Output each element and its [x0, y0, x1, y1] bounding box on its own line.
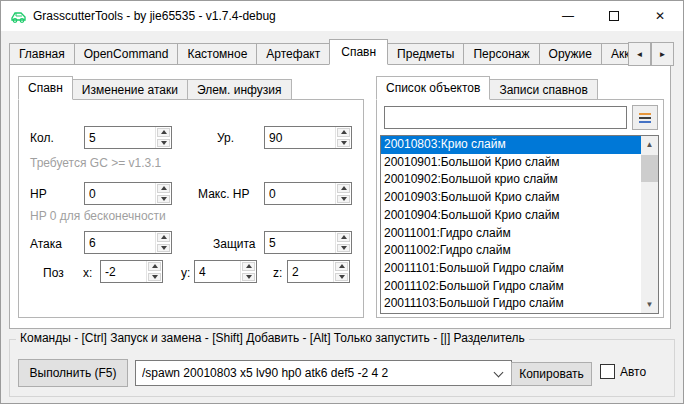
pos-y-label: y: — [181, 264, 190, 282]
minimize-button[interactable]: — — [545, 1, 591, 30]
hp-spin-down-button[interactable] — [157, 195, 170, 204]
pos-y-stepper[interactable] — [194, 260, 257, 283]
pos-y-input[interactable] — [195, 261, 240, 282]
def-label: Защита — [213, 235, 256, 253]
level-stepper[interactable] — [264, 126, 352, 149]
list-scrollbar[interactable]: ▲ ▼ — [641, 136, 658, 313]
titlebar[interactable]: GrasscutterTools - by jie65535 - v1.7.4-… — [1, 1, 683, 31]
auto-checkbox[interactable] — [600, 364, 615, 379]
count-input[interactable] — [85, 127, 155, 148]
max-hp-stepper[interactable] — [264, 182, 352, 205]
pos-z-spin-up-button[interactable] — [335, 262, 348, 271]
pos-y-spin-up-button[interactable] — [242, 262, 255, 271]
list-item[interactable]: 20011001:Гидро слайм — [381, 225, 641, 243]
spin-down-icon — [341, 197, 347, 201]
pos-x-spin-down-button[interactable] — [148, 273, 161, 282]
level-spin-down-button[interactable] — [337, 139, 350, 148]
spin-up-icon — [246, 264, 252, 268]
max-hp-spin-down-button[interactable] — [337, 195, 350, 204]
spawn-subtabs: Спавн Изменение атаки Элем. инфузия — [18, 76, 291, 100]
spin-up-icon — [341, 186, 347, 190]
tabs-scroll-left-button[interactable]: ◄ — [628, 42, 651, 66]
atk-stepper[interactable] — [84, 231, 172, 254]
list-item[interactable]: 20010903:Большой Крио слайм — [381, 189, 641, 207]
command-combobox[interactable]: /spawn 20010803 x5 lv90 hp0 atk6 def5 -2… — [135, 360, 512, 386]
maximize-icon — [609, 11, 619, 21]
count-stepper[interactable] — [84, 126, 172, 149]
level-spin-up-button[interactable] — [337, 128, 350, 137]
spawn-form-panel: Кол. Ур. Требуется GC >= v1.3.1 HP — [18, 99, 364, 318]
scroll-up-button[interactable]: ▲ — [641, 136, 658, 153]
run-button[interactable]: Выполнить (F5) — [18, 359, 128, 387]
app-icon — [10, 8, 27, 24]
def-spin-up-button[interactable] — [337, 233, 350, 242]
count-spin-down-button[interactable] — [157, 139, 170, 148]
def-spin-down-button[interactable] — [337, 244, 350, 253]
tab-artefakt[interactable]: Артефакт — [256, 43, 330, 65]
main-tabstrip: Главная OpenCommand Кастомное Артефакт С… — [9, 39, 673, 65]
spin-up-icon — [161, 186, 167, 190]
objects-listbox[interactable]: 20010803:Крио слайм 20010901:Большой Кри… — [380, 135, 659, 314]
count-label: Кол. — [30, 129, 54, 147]
tab-oruzhie[interactable]: Оружие — [539, 43, 602, 65]
tab-spavn[interactable]: Спавн — [329, 39, 388, 65]
atk-spin-down-button[interactable] — [157, 244, 170, 253]
pos-y-spin-down-button[interactable] — [242, 273, 255, 282]
count-spin-up-button[interactable] — [157, 128, 170, 137]
pos-z-stepper[interactable] — [287, 260, 350, 283]
pos-z-input[interactable] — [288, 261, 333, 282]
pos-x-input[interactable] — [101, 261, 146, 282]
commands-group-label: Команды - [Ctrl] Запуск и замена - [Shif… — [16, 331, 529, 345]
atk-label: Атака — [30, 235, 62, 253]
subtab-elem-infuziya[interactable]: Элем. инфузия — [187, 79, 292, 100]
close-button[interactable]: ✕ — [637, 1, 683, 30]
def-stepper[interactable] — [264, 231, 352, 254]
list-menu-button[interactable] — [632, 105, 658, 130]
list-item[interactable]: 20010803:Крио слайм — [381, 136, 641, 154]
tab-personazh[interactable]: Персонаж — [463, 43, 539, 65]
list-item[interactable]: 20011102:Большой Гидро слайм — [381, 278, 641, 296]
list-item[interactable]: 20011002:Гидро слайм — [381, 242, 641, 260]
hamburger-icon — [639, 121, 651, 123]
copy-button[interactable]: Копировать — [511, 362, 592, 386]
level-input[interactable] — [265, 127, 335, 148]
tab-glavnaya[interactable]: Главная — [9, 43, 75, 65]
minimize-icon: — — [562, 9, 574, 23]
subtab-zapisi-spavnov[interactable]: Записи спавнов — [489, 79, 597, 100]
spin-down-icon — [152, 275, 158, 279]
atk-input[interactable] — [85, 232, 155, 253]
hp-input[interactable] — [85, 183, 155, 204]
subtab-izmenenie-ataki[interactable]: Изменение атаки — [72, 79, 188, 100]
spin-down-icon — [161, 246, 167, 250]
atk-spin-up-button[interactable] — [157, 233, 170, 242]
list-item[interactable]: 20011101:Большой Гидро слайм — [381, 260, 641, 278]
tab-kastomnoe[interactable]: Кастомное — [177, 43, 257, 65]
max-hp-spin-up-button[interactable] — [337, 184, 350, 193]
tabs-scroll-right-button[interactable]: ► — [651, 42, 674, 66]
subtab-spavn[interactable]: Спавн — [18, 76, 73, 100]
list-item[interactable]: 20011103:Большой Гидро слайм — [381, 295, 641, 313]
pos-z-spin-down-button[interactable] — [335, 273, 348, 282]
subtab-spisok-obektov[interactable]: Список объектов — [376, 76, 490, 100]
list-item[interactable]: 20010904:Большой Крио слайм — [381, 207, 641, 225]
max-hp-input[interactable] — [265, 183, 335, 204]
spin-up-icon — [161, 235, 167, 239]
tab-opencommand[interactable]: OpenCommand — [74, 43, 179, 65]
pos-x-label: x: — [83, 264, 92, 282]
list-item[interactable]: 20010902:Большой крио слайм — [381, 171, 641, 189]
tab-predmety[interactable]: Предметы — [387, 43, 464, 65]
hp-infinity-note: HP 0 для бесконечности — [30, 208, 166, 224]
tab-scroll-left-icon: ◄ — [636, 50, 644, 59]
spin-down-icon — [341, 246, 347, 250]
hp-stepper[interactable] — [84, 182, 172, 205]
pos-x-stepper[interactable] — [100, 260, 163, 283]
maximize-button[interactable] — [591, 1, 637, 30]
search-input[interactable] — [384, 106, 627, 129]
scroll-down-button[interactable]: ▼ — [641, 296, 658, 313]
def-input[interactable] — [265, 232, 335, 253]
list-item[interactable]: 20010901:Большой Крио слайм — [381, 154, 641, 172]
window-title: GrasscutterTools - by jie65535 - v1.7.4-… — [33, 9, 276, 23]
scrollbar-thumb[interactable] — [641, 155, 658, 182]
hp-spin-up-button[interactable] — [157, 184, 170, 193]
pos-x-spin-up-button[interactable] — [148, 262, 161, 271]
